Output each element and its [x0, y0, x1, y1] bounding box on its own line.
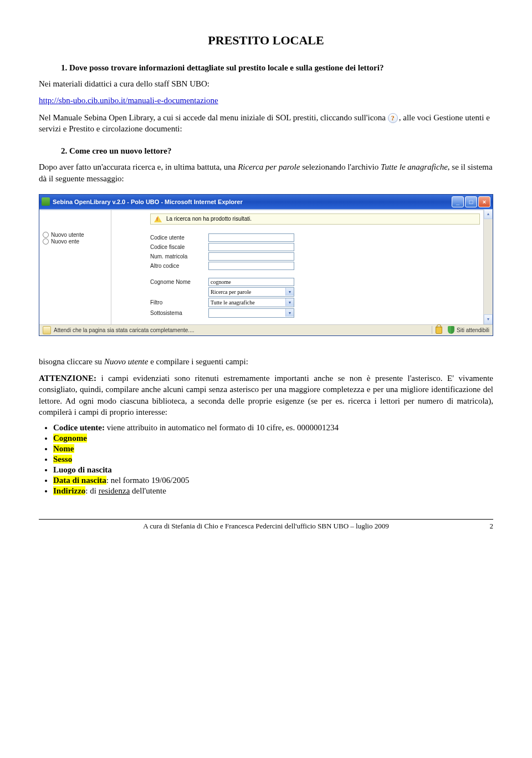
window-title: Sebina OpenLibrary v.2.0 - Polo UBO - Mi…: [53, 199, 451, 205]
page-number: 2: [490, 522, 494, 531]
radio-nuovo-ente[interactable]: Nuovo ente: [43, 238, 108, 245]
input-cognome-nome[interactable]: [208, 278, 294, 286]
close-button[interactable]: ×: [478, 196, 490, 207]
scroll-down-button[interactable]: ▾: [484, 314, 493, 324]
question-2-heading: 2. Come creo un nuovo lettore?: [61, 146, 493, 156]
q1-paragraph-1: Nei materiali didattici a cura dello sta…: [39, 78, 493, 89]
row-codice-utente: Codice utente: [111, 233, 483, 242]
select-filtro[interactable]: Tutte le anagrafiche ▾: [208, 298, 294, 307]
row-filtro-ricerca: Ricerca per parole ▾: [111, 287, 483, 297]
list-item: Sesso: [53, 455, 493, 464]
lock-icon: [436, 327, 442, 334]
sidebar: Nuovo utente Nuovo ente: [39, 210, 111, 324]
row-sottosistema: Sottosistema ▾: [111, 308, 483, 318]
row-filtro: Filtro Tutte le anagrafiche ▾: [111, 298, 483, 307]
row-matricola: Num. matricola: [111, 252, 483, 261]
input-matricola[interactable]: [208, 252, 294, 261]
list-item: Nome: [53, 444, 493, 454]
list-item: Luogo di nascita: [53, 465, 493, 475]
window-titlebar: Sebina OpenLibrary v.2.0 - Polo UBO - Mi…: [39, 195, 493, 209]
embedded-screenshot: Sebina OpenLibrary v.2.0 - Polo UBO - Mi…: [39, 194, 493, 336]
after-p1: bisogna cliccare su Nuovo utente e compi…: [39, 356, 493, 367]
list-item: Data di nascita: nel formato 19/06/2005: [53, 476, 493, 485]
row-cognome-nome: Cognome Nome: [111, 278, 483, 286]
app-icon: [42, 197, 50, 206]
select-ricerca[interactable]: Ricerca per parole ▾: [208, 287, 294, 297]
vertical-scrollbar[interactable]: ▴ ▾: [483, 209, 493, 324]
list-item: Codice utente: viene attribuito in autom…: [53, 423, 493, 433]
field-list: Codice utente: viene attribuito in autom…: [53, 423, 493, 496]
scroll-up-button[interactable]: ▴: [484, 209, 493, 219]
q1-paragraph-2: Nel Manuale Sebina Open Library, a cui s…: [39, 112, 493, 135]
status-bar: Attendi che la pagina sia stata caricata…: [39, 324, 493, 335]
q2-paragraph-1: Dopo aver fatto un'accurata ricerca e, i…: [39, 161, 493, 184]
help-icon: ?: [388, 113, 398, 123]
page-icon: [43, 326, 51, 334]
chevron-down-icon: ▾: [285, 298, 294, 306]
status-text: Attendi che la pagina sia stata caricata…: [54, 327, 194, 333]
shield-icon: [448, 326, 454, 334]
input-codice-utente[interactable]: [208, 233, 294, 242]
page-title: PRESTITO LOCALE: [39, 33, 493, 48]
radio-input[interactable]: [43, 238, 49, 245]
after-p2: ATTENZIONE: i campi evidenziati sono rit…: [39, 373, 493, 418]
row-altro-codice: Altro codice: [111, 262, 483, 270]
question-1-heading: 1. Dove posso trovare informazioni detta…: [61, 63, 493, 73]
maximize-button[interactable]: □: [465, 196, 477, 207]
list-item: Cognome: [53, 434, 493, 443]
manual-link[interactable]: http://sbn-ubo.cib.unibo.it/manuali-e-do…: [39, 96, 218, 105]
row-codice-fiscale: Codice fiscale: [111, 243, 483, 251]
list-item: Indirizzo: di residenza dell'utente: [53, 486, 493, 496]
select-sottosistema[interactable]: ▾: [208, 308, 294, 318]
chevron-down-icon: ▾: [285, 288, 294, 296]
page-footer: A cura di Stefania di Chio e Francesca P…: [39, 519, 493, 531]
zone-text: Siti attendibili: [457, 327, 489, 333]
warning-icon: [154, 216, 162, 222]
radio-nuovo-utente[interactable]: Nuovo utente: [43, 232, 108, 238]
input-altro-codice[interactable]: [208, 262, 294, 270]
minimize-button[interactable]: _: [452, 196, 464, 207]
alert-message: La ricerca non ha prodotto risultati.: [150, 213, 480, 225]
input-codice-fiscale[interactable]: [208, 243, 294, 251]
chevron-down-icon: ▾: [285, 309, 294, 317]
radio-input[interactable]: [43, 232, 49, 238]
